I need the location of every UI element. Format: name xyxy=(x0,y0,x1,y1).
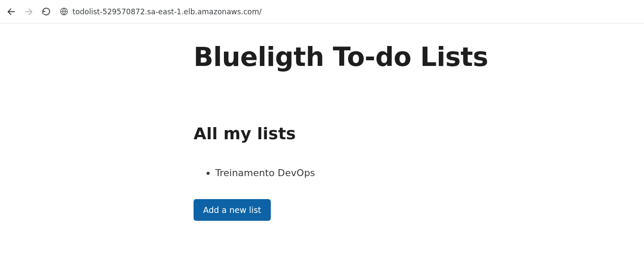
section-title: All my lists xyxy=(194,124,497,143)
list-item[interactable]: Treinamento DevOps xyxy=(215,166,497,180)
url-text: todolist-529570872.sa-east-1.elb.amazona… xyxy=(72,7,262,16)
address-bar[interactable]: todolist-529570872.sa-east-1.elb.amazona… xyxy=(58,7,639,16)
back-button[interactable] xyxy=(5,6,17,18)
content-container: Blueligth To-do Lists All my lists Trein… xyxy=(194,42,497,221)
page-title: Blueligth To-do Lists xyxy=(194,42,497,72)
browser-toolbar: todolist-529570872.sa-east-1.elb.amazona… xyxy=(0,0,644,23)
globe-icon xyxy=(60,7,68,16)
list-item-name: Treinamento DevOps xyxy=(215,167,315,178)
reload-button[interactable] xyxy=(40,6,52,18)
forward-button[interactable] xyxy=(23,6,35,18)
page-content: Blueligth To-do Lists All my lists Trein… xyxy=(0,23,644,221)
nav-buttons xyxy=(5,6,52,18)
add-new-list-button[interactable]: Add a new list xyxy=(194,199,271,221)
todo-lists: Treinamento DevOps xyxy=(194,166,497,180)
